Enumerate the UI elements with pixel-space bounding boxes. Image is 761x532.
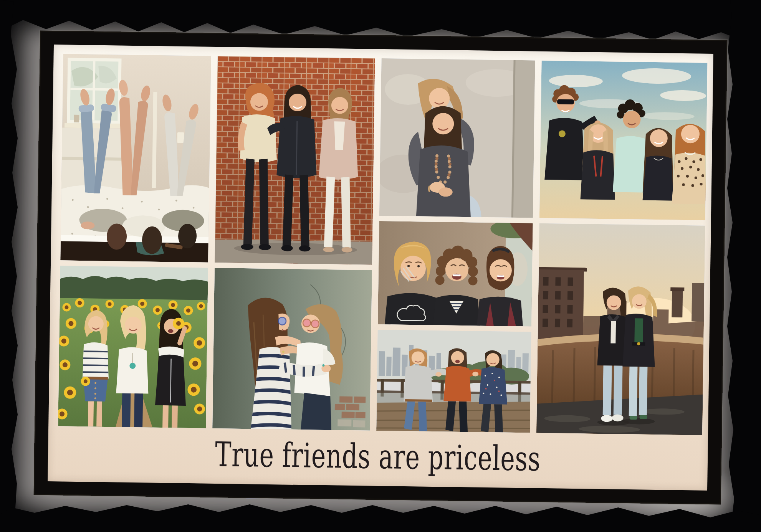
photo-portrait-trio-illustration [378, 221, 533, 327]
framed-collage-mockup: True friends are priceless [0, 0, 761, 532]
photo-sunflower-field-trio [58, 266, 208, 428]
photo-sunglasses-hug [212, 268, 372, 431]
photo-hugging-pair-illustration [379, 58, 535, 218]
photo-five-friends [539, 61, 708, 220]
picture-frame: True friends are priceless [34, 31, 728, 505]
photo-brick-wall-trio [215, 56, 375, 265]
photo-sunglasses-hug-illustration [212, 268, 372, 431]
photo-bed-legs [60, 54, 211, 262]
photo-rooftop-pair-illustration [536, 223, 705, 435]
photo-rooftop-pair [536, 223, 705, 435]
caption-text: True friends are priceless [140, 436, 615, 478]
photo-bridge-walk-illustration [376, 330, 531, 433]
photo-brick-wall-trio-illustration [215, 56, 375, 265]
photo-five-friends-illustration [539, 61, 708, 220]
photo-hugging-pair [379, 58, 535, 218]
collage-mat-board: True friends are priceless [48, 45, 713, 491]
photo-sunflower-field-illustration [58, 266, 208, 428]
photo-bed-legs-illustration [60, 54, 211, 262]
photo-portrait-trio [378, 221, 533, 327]
photo-bridge-walk-trio [376, 330, 531, 433]
